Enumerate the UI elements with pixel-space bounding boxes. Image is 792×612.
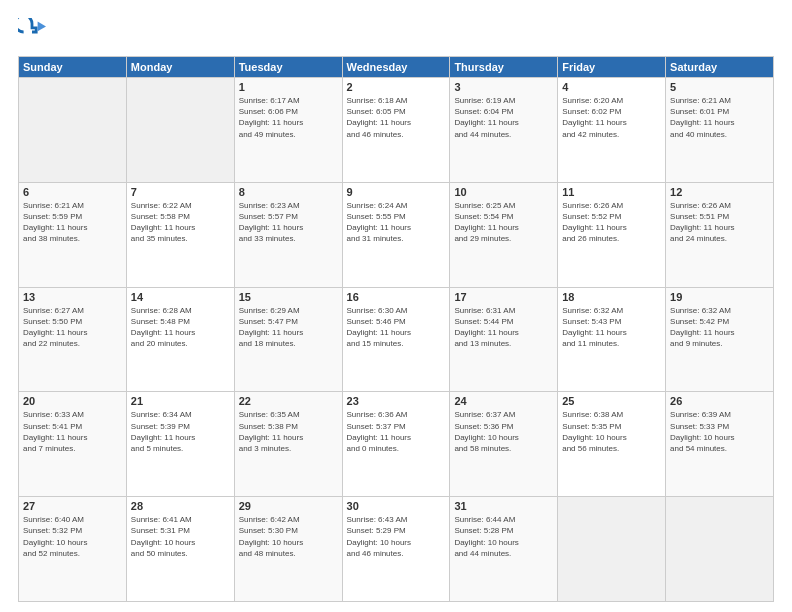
day-number: 19 [670,291,769,303]
column-header-tuesday: Tuesday [234,57,342,78]
calendar-week-3: 20Sunrise: 6:33 AM Sunset: 5:41 PM Dayli… [19,392,774,497]
page: SundayMondayTuesdayWednesdayThursdayFrid… [0,0,792,612]
calendar-cell: 10Sunrise: 6:25 AM Sunset: 5:54 PM Dayli… [450,182,558,287]
day-number: 7 [131,186,230,198]
calendar-week-0: 1Sunrise: 6:17 AM Sunset: 6:06 PM Daylig… [19,78,774,183]
day-detail: Sunrise: 6:33 AM Sunset: 5:41 PM Dayligh… [23,409,122,454]
day-number: 14 [131,291,230,303]
calendar-cell: 5Sunrise: 6:21 AM Sunset: 6:01 PM Daylig… [666,78,774,183]
day-number: 1 [239,81,338,93]
calendar-cell: 11Sunrise: 6:26 AM Sunset: 5:52 PM Dayli… [558,182,666,287]
calendar-cell: 22Sunrise: 6:35 AM Sunset: 5:38 PM Dayli… [234,392,342,497]
day-detail: Sunrise: 6:21 AM Sunset: 5:59 PM Dayligh… [23,200,122,245]
day-detail: Sunrise: 6:37 AM Sunset: 5:36 PM Dayligh… [454,409,553,454]
calendar-cell: 1Sunrise: 6:17 AM Sunset: 6:06 PM Daylig… [234,78,342,183]
column-header-thursday: Thursday [450,57,558,78]
calendar-cell [19,78,127,183]
calendar-cell [666,497,774,602]
day-detail: Sunrise: 6:20 AM Sunset: 6:02 PM Dayligh… [562,95,661,140]
calendar-cell: 31Sunrise: 6:44 AM Sunset: 5:28 PM Dayli… [450,497,558,602]
calendar-cell: 13Sunrise: 6:27 AM Sunset: 5:50 PM Dayli… [19,287,127,392]
day-number: 6 [23,186,122,198]
day-detail: Sunrise: 6:30 AM Sunset: 5:46 PM Dayligh… [347,305,446,350]
day-number: 21 [131,395,230,407]
day-number: 5 [670,81,769,93]
calendar-cell: 3Sunrise: 6:19 AM Sunset: 6:04 PM Daylig… [450,78,558,183]
calendar-cell: 27Sunrise: 6:40 AM Sunset: 5:32 PM Dayli… [19,497,127,602]
day-detail: Sunrise: 6:41 AM Sunset: 5:31 PM Dayligh… [131,514,230,559]
day-number: 9 [347,186,446,198]
calendar-cell: 4Sunrise: 6:20 AM Sunset: 6:02 PM Daylig… [558,78,666,183]
day-detail: Sunrise: 6:17 AM Sunset: 6:06 PM Dayligh… [239,95,338,140]
column-header-wednesday: Wednesday [342,57,450,78]
calendar-cell: 7Sunrise: 6:22 AM Sunset: 5:58 PM Daylig… [126,182,234,287]
column-header-friday: Friday [558,57,666,78]
day-number: 22 [239,395,338,407]
calendar-table: SundayMondayTuesdayWednesdayThursdayFrid… [18,56,774,602]
general-blue-icon [18,18,46,46]
day-number: 4 [562,81,661,93]
day-number: 20 [23,395,122,407]
calendar-cell: 21Sunrise: 6:34 AM Sunset: 5:39 PM Dayli… [126,392,234,497]
day-detail: Sunrise: 6:24 AM Sunset: 5:55 PM Dayligh… [347,200,446,245]
calendar-cell: 24Sunrise: 6:37 AM Sunset: 5:36 PM Dayli… [450,392,558,497]
day-number: 29 [239,500,338,512]
day-detail: Sunrise: 6:23 AM Sunset: 5:57 PM Dayligh… [239,200,338,245]
calendar-cell: 17Sunrise: 6:31 AM Sunset: 5:44 PM Dayli… [450,287,558,392]
day-detail: Sunrise: 6:26 AM Sunset: 5:51 PM Dayligh… [670,200,769,245]
day-detail: Sunrise: 6:19 AM Sunset: 6:04 PM Dayligh… [454,95,553,140]
header [18,18,774,46]
day-detail: Sunrise: 6:38 AM Sunset: 5:35 PM Dayligh… [562,409,661,454]
calendar-cell: 26Sunrise: 6:39 AM Sunset: 5:33 PM Dayli… [666,392,774,497]
calendar-cell: 6Sunrise: 6:21 AM Sunset: 5:59 PM Daylig… [19,182,127,287]
calendar-cell: 29Sunrise: 6:42 AM Sunset: 5:30 PM Dayli… [234,497,342,602]
day-number: 27 [23,500,122,512]
day-number: 13 [23,291,122,303]
day-number: 12 [670,186,769,198]
calendar-cell: 9Sunrise: 6:24 AM Sunset: 5:55 PM Daylig… [342,182,450,287]
day-detail: Sunrise: 6:42 AM Sunset: 5:30 PM Dayligh… [239,514,338,559]
day-number: 2 [347,81,446,93]
day-detail: Sunrise: 6:32 AM Sunset: 5:42 PM Dayligh… [670,305,769,350]
calendar-cell: 30Sunrise: 6:43 AM Sunset: 5:29 PM Dayli… [342,497,450,602]
calendar-cell: 8Sunrise: 6:23 AM Sunset: 5:57 PM Daylig… [234,182,342,287]
day-number: 10 [454,186,553,198]
calendar-header-row: SundayMondayTuesdayWednesdayThursdayFrid… [19,57,774,78]
calendar-cell: 12Sunrise: 6:26 AM Sunset: 5:51 PM Dayli… [666,182,774,287]
day-number: 23 [347,395,446,407]
day-number: 17 [454,291,553,303]
calendar-cell: 25Sunrise: 6:38 AM Sunset: 5:35 PM Dayli… [558,392,666,497]
day-number: 30 [347,500,446,512]
day-detail: Sunrise: 6:44 AM Sunset: 5:28 PM Dayligh… [454,514,553,559]
calendar-cell [558,497,666,602]
day-detail: Sunrise: 6:28 AM Sunset: 5:48 PM Dayligh… [131,305,230,350]
day-number: 3 [454,81,553,93]
day-detail: Sunrise: 6:21 AM Sunset: 6:01 PM Dayligh… [670,95,769,140]
column-header-monday: Monday [126,57,234,78]
day-detail: Sunrise: 6:36 AM Sunset: 5:37 PM Dayligh… [347,409,446,454]
column-header-saturday: Saturday [666,57,774,78]
logo [18,18,48,46]
day-number: 18 [562,291,661,303]
day-detail: Sunrise: 6:25 AM Sunset: 5:54 PM Dayligh… [454,200,553,245]
day-detail: Sunrise: 6:29 AM Sunset: 5:47 PM Dayligh… [239,305,338,350]
day-detail: Sunrise: 6:34 AM Sunset: 5:39 PM Dayligh… [131,409,230,454]
day-detail: Sunrise: 6:43 AM Sunset: 5:29 PM Dayligh… [347,514,446,559]
day-detail: Sunrise: 6:31 AM Sunset: 5:44 PM Dayligh… [454,305,553,350]
calendar-cell [126,78,234,183]
calendar-week-1: 6Sunrise: 6:21 AM Sunset: 5:59 PM Daylig… [19,182,774,287]
calendar-cell: 16Sunrise: 6:30 AM Sunset: 5:46 PM Dayli… [342,287,450,392]
day-detail: Sunrise: 6:27 AM Sunset: 5:50 PM Dayligh… [23,305,122,350]
calendar-cell: 19Sunrise: 6:32 AM Sunset: 5:42 PM Dayli… [666,287,774,392]
calendar-cell: 15Sunrise: 6:29 AM Sunset: 5:47 PM Dayli… [234,287,342,392]
day-detail: Sunrise: 6:32 AM Sunset: 5:43 PM Dayligh… [562,305,661,350]
day-detail: Sunrise: 6:18 AM Sunset: 6:05 PM Dayligh… [347,95,446,140]
calendar-cell: 20Sunrise: 6:33 AM Sunset: 5:41 PM Dayli… [19,392,127,497]
day-number: 8 [239,186,338,198]
day-detail: Sunrise: 6:39 AM Sunset: 5:33 PM Dayligh… [670,409,769,454]
day-number: 16 [347,291,446,303]
day-number: 15 [239,291,338,303]
day-detail: Sunrise: 6:35 AM Sunset: 5:38 PM Dayligh… [239,409,338,454]
day-detail: Sunrise: 6:22 AM Sunset: 5:58 PM Dayligh… [131,200,230,245]
day-detail: Sunrise: 6:26 AM Sunset: 5:52 PM Dayligh… [562,200,661,245]
